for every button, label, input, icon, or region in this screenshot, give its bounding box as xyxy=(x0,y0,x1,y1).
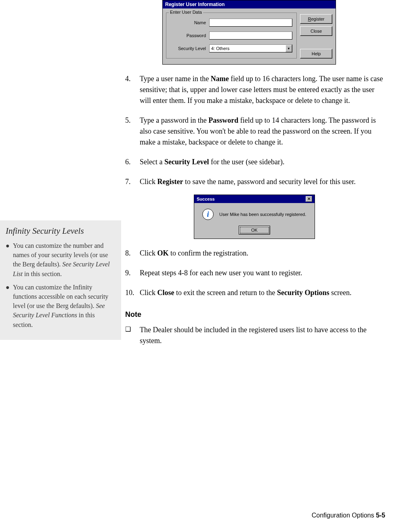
chevron-down-icon[interactable]: ▼ xyxy=(285,45,292,52)
dialog-button-column: Register Close Help xyxy=(300,13,332,59)
footer-section: Configuration Options xyxy=(312,512,376,519)
dialog-titlebar: Register User Information xyxy=(163,0,336,8)
step-text: Click Close to exit the screen and retur… xyxy=(140,287,384,298)
step-number: 10. xyxy=(125,287,140,298)
fieldset-legend: Enter User Data xyxy=(169,10,203,15)
bullet-icon: ● xyxy=(6,283,13,329)
dialog-body: Enter User Data Name Password Security L… xyxy=(163,8,336,64)
step-8: 8. Click OK to confirm the registration. xyxy=(125,248,384,259)
step-4: 4. Type a user name in the Name field up… xyxy=(125,73,384,106)
close-icon[interactable]: ✕ xyxy=(306,196,312,202)
footer-page-number: 5-5 xyxy=(376,512,385,519)
password-label: Password xyxy=(170,33,209,38)
page-footer: Configuration Options 5-5 xyxy=(312,512,385,519)
step-number: 7. xyxy=(125,176,140,187)
step-text: Click Register to save the name, passwor… xyxy=(140,176,384,187)
success-message-row: i User Mike has been successfully regist… xyxy=(198,209,311,220)
step-text: Select a Security Level for the user (se… xyxy=(140,157,384,168)
close-button[interactable]: Close xyxy=(300,26,332,36)
name-row: Name xyxy=(170,19,292,27)
sidebar-item: ● You can customize the number and names… xyxy=(6,241,115,279)
success-dialog: Success ✕ i User Mike has been successfu… xyxy=(194,195,315,239)
note-bullet-icon: ❑ xyxy=(125,325,140,346)
success-titlebar: Success ✕ xyxy=(194,195,315,203)
step-number: 6. xyxy=(125,157,140,168)
register-user-dialog: Register User Information Enter User Dat… xyxy=(162,0,336,65)
main-content: Register User Information Enter User Dat… xyxy=(125,0,384,346)
info-icon: i xyxy=(202,209,214,220)
step-9: 9. Repeat steps 4-8 for each new user yo… xyxy=(125,268,384,279)
password-input[interactable] xyxy=(209,31,292,40)
security-level-select[interactable]: 4: Others ▼ xyxy=(209,44,292,52)
name-input[interactable] xyxy=(209,19,292,27)
step-10: 10. Click Close to exit the screen and r… xyxy=(125,287,384,298)
note-heading: Note xyxy=(125,310,384,319)
step-text: Repeat steps 4-8 for each new user you w… xyxy=(140,268,384,279)
success-body: i User Mike has been successfully regist… xyxy=(194,203,315,239)
bullet-icon: ● xyxy=(6,241,13,279)
sidebar-heading: Infinity Security Levels xyxy=(6,226,115,236)
password-row: Password xyxy=(170,31,292,40)
sidebar-item: ● You can customize the Infinity functio… xyxy=(6,283,115,329)
ok-button[interactable]: OK xyxy=(239,226,270,235)
step-7: 7. Click Register to save the name, pass… xyxy=(125,176,384,187)
select-value: 4: Others xyxy=(210,46,285,51)
sidebar-text: You can customize the Infinity functions… xyxy=(13,283,115,329)
note-text: The Dealer should be included in the reg… xyxy=(140,325,384,346)
sidebar-text: You can customize the number and names o… xyxy=(13,241,115,279)
sidebar: Infinity Security Levels ● You can custo… xyxy=(0,220,121,340)
success-title: Success xyxy=(197,197,215,201)
step-text: Type a password in the Password field up… xyxy=(140,115,384,148)
register-button[interactable]: Register xyxy=(300,14,332,24)
step-6: 6. Select a Security Level for the user … xyxy=(125,157,384,168)
success-message: User Mike has been successfully register… xyxy=(219,212,306,217)
help-button[interactable]: Help xyxy=(300,49,332,59)
security-label: Security Level xyxy=(170,46,209,51)
step-number: 5. xyxy=(125,115,140,148)
note-item: ❑ The Dealer should be included in the r… xyxy=(125,325,384,346)
enter-user-data-fieldset: Enter User Data Name Password Security L… xyxy=(166,13,297,59)
step-number: 9. xyxy=(125,268,140,279)
step-number: 4. xyxy=(125,73,140,106)
security-row: Security Level 4: Others ▼ xyxy=(170,44,292,52)
step-text: Type a user name in the Name field up to… xyxy=(140,73,384,106)
name-label: Name xyxy=(170,20,209,25)
step-text: Click OK to confirm the registration. xyxy=(140,248,384,259)
step-5: 5. Type a password in the Password field… xyxy=(125,115,384,148)
step-number: 8. xyxy=(125,248,140,259)
